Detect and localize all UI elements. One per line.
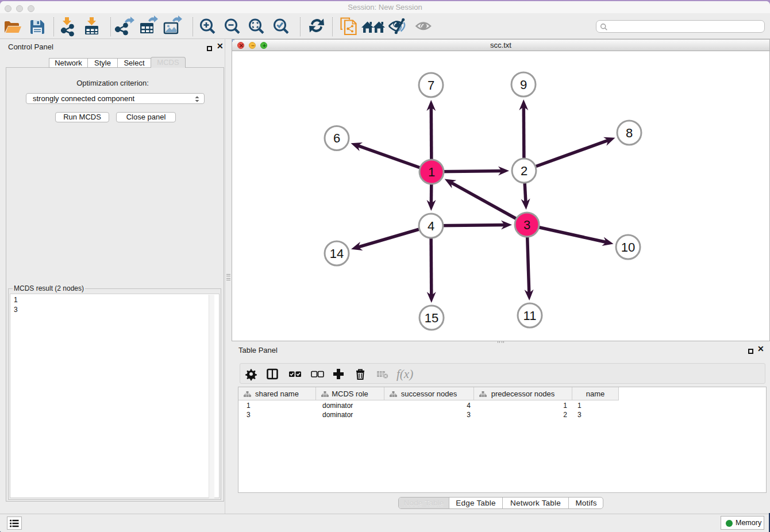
svg-text:15: 15 [425,311,438,325]
svg-text:11: 11 [523,309,537,323]
svg-text:f(x): f(x) [396,367,413,381]
svg-text:6: 6 [333,131,340,145]
svg-text:9: 9 [520,78,527,92]
svg-text:8: 8 [626,126,633,140]
svg-text:3: 3 [523,218,530,232]
svg-text:14: 14 [330,246,344,261]
svg-text:10: 10 [621,240,635,255]
svg-text:7: 7 [428,78,434,92]
svg-text:2: 2 [521,164,528,178]
svg-text:4: 4 [428,219,434,233]
svg-text:1: 1 [428,165,435,179]
